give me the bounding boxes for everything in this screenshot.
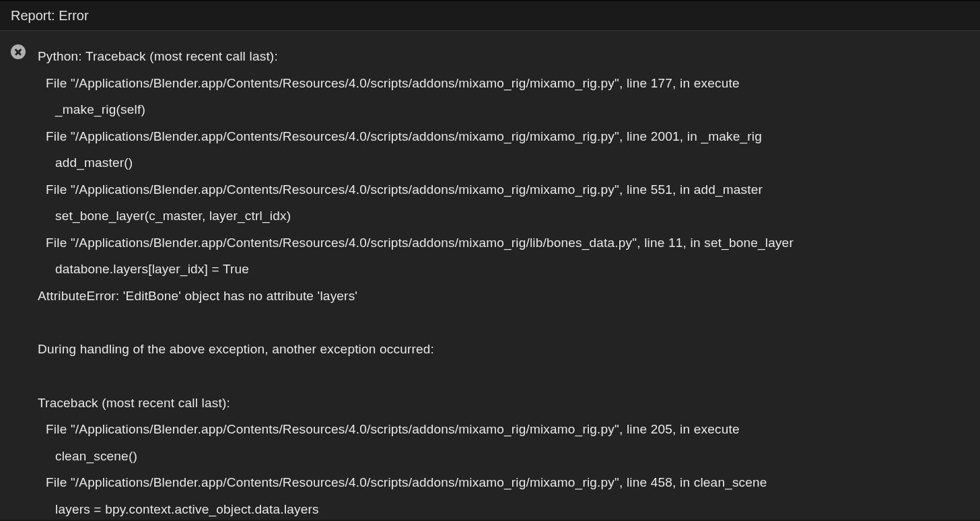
traceback-line: clean_scene()	[38, 443, 969, 470]
traceback-line: databone.layers[layer_idx] = True	[38, 256, 969, 283]
traceback-line: add_master()	[38, 149, 969, 176]
traceback-line: _make_rig(self)	[38, 96, 969, 123]
icon-column	[11, 43, 38, 59]
traceback-line: set_bone_layer(c_master, layer_ctrl_idx)	[38, 203, 969, 230]
traceback-line: File "/Applications/Blender.app/Contents…	[38, 469, 969, 496]
traceback-line: Python: Traceback (most recent call last…	[38, 43, 969, 70]
traceback-line	[38, 363, 969, 390]
report-title: Report: Error	[11, 8, 89, 23]
traceback-line: File "/Applications/Blender.app/Contents…	[38, 176, 969, 203]
traceback-line: File "/Applications/Blender.app/Contents…	[38, 230, 969, 256]
error-icon	[11, 44, 26, 59]
error-content: Python: Traceback (most recent call last…	[0, 31, 980, 520]
traceback-line: File "/Applications/Blender.app/Contents…	[38, 70, 969, 97]
traceback-line: File "/Applications/Blender.app/Contents…	[38, 416, 969, 443]
traceback-line	[38, 309, 969, 336]
traceback-line: During handling of the above exception, …	[38, 336, 969, 363]
traceback-line: AttributeError: 'EditBone' object has no…	[38, 283, 969, 310]
traceback-line: Traceback (most recent call last):	[38, 390, 969, 417]
traceback-text: Python: Traceback (most recent call last…	[38, 43, 969, 521]
traceback-line: layers = bpy.context.active_object.data.…	[38, 496, 969, 521]
report-header: Report: Error	[0, 0, 980, 31]
traceback-line: File "/Applications/Blender.app/Contents…	[38, 123, 969, 150]
